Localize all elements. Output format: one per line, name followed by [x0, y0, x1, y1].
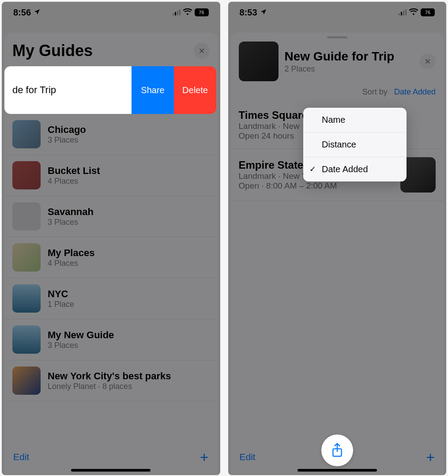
add-button[interactable]: +: [426, 449, 435, 466]
status-bar: 8:53 76: [228, 2, 447, 23]
cellular-icon: [173, 9, 181, 15]
sheet-grabber[interactable]: [327, 36, 347, 38]
left-screenshot: 8:56 76 My Guides de for Trip Share Dele: [2, 2, 220, 475]
right-screenshot: 8:53 76 New Guide for Trip 2 Places: [228, 2, 447, 475]
guide-row[interactable]: New York City's best parks Lonely Planet…: [4, 360, 218, 401]
guide-thumb: [12, 243, 41, 272]
sort-option-name[interactable]: Name: [303, 108, 407, 132]
battery-icon: 76: [195, 8, 209, 16]
sort-value-button[interactable]: Date Added: [394, 87, 436, 96]
guides-list: Chicago 3 Places Bucket List 4 Places Sa…: [4, 114, 218, 401]
status-time: 8:53: [240, 8, 257, 18]
sort-row: Sort by Date Added: [231, 87, 444, 101]
guide-thumb: [12, 120, 41, 148]
delete-button[interactable]: Delete: [174, 66, 216, 114]
add-button[interactable]: +: [200, 449, 209, 466]
guide-row[interactable]: NYC 1 Place: [4, 278, 218, 319]
guide-thumb: [12, 161, 41, 189]
page-title: My Guides: [12, 42, 93, 60]
checkmark-icon: ✓: [309, 164, 316, 174]
guide-thumb: [12, 284, 41, 313]
guide-cover-thumb: [239, 42, 279, 81]
place-hours: Open · 8:00 AM – 2:00 AM: [239, 181, 395, 191]
battery-icon: 76: [421, 8, 435, 16]
close-button[interactable]: [420, 53, 436, 69]
guide-sub: 3 Places: [48, 341, 210, 350]
guide-sub: 1 Place: [48, 300, 210, 309]
guide-sub: 4 Places: [48, 259, 210, 268]
guide-name: My Places: [48, 247, 210, 259]
location-arrow-icon: [34, 8, 41, 18]
guide-sub: 4 Places: [48, 177, 210, 186]
guide-name: New York City's best parks: [48, 370, 210, 382]
guide-row[interactable]: Savannah 3 Places: [4, 196, 218, 237]
guide-title: New Guide for Trip: [285, 49, 414, 64]
guide-name: NYC: [48, 288, 210, 300]
guide-thumb: [12, 366, 41, 395]
cellular-icon: [399, 9, 407, 15]
status-time: 8:56: [13, 8, 31, 18]
wifi-icon: [409, 8, 418, 18]
status-bar: 8:56 76: [2, 2, 220, 23]
home-indicator[interactable]: [71, 469, 151, 472]
guide-thumb: [12, 325, 41, 354]
guide-row[interactable]: My New Guide 3 Places: [4, 319, 218, 360]
close-button[interactable]: [194, 43, 210, 59]
guide-name: My New Guide: [48, 329, 210, 341]
sort-popup: Name Distance ✓ Date Added: [303, 108, 407, 181]
guide-row[interactable]: Bucket List 4 Places: [4, 155, 218, 196]
guide-detail-sheet: New Guide for Trip 2 Places Sort by Date…: [231, 33, 444, 475]
swiped-guide-row[interactable]: de for Trip Share Delete: [4, 66, 218, 114]
guide-thumb: [12, 202, 41, 230]
swiped-guide-title-fragment: de for Trip: [4, 66, 132, 114]
sort-option-date-added[interactable]: ✓ Date Added: [303, 157, 407, 181]
guide-sub: Lonely Planet · 8 places: [48, 382, 210, 391]
guide-row[interactable]: Chicago 3 Places: [4, 114, 218, 155]
share-button-highlight[interactable]: [321, 434, 353, 466]
home-indicator[interactable]: [297, 469, 377, 472]
sort-option-distance[interactable]: Distance: [303, 132, 407, 157]
guide-sub: 3 Places: [48, 136, 210, 145]
share-button[interactable]: Share: [132, 66, 174, 114]
guide-name: Chicago: [48, 124, 210, 136]
wifi-icon: [183, 8, 192, 18]
guide-name: Savannah: [48, 206, 210, 218]
edit-button[interactable]: Edit: [13, 452, 29, 462]
sort-label: Sort by: [362, 87, 388, 96]
guide-row[interactable]: My Places 4 Places: [4, 237, 218, 278]
guide-name: Bucket List: [48, 165, 210, 177]
guide-sub: 3 Places: [48, 218, 210, 227]
edit-button[interactable]: Edit: [240, 452, 256, 462]
my-guides-sheet: My Guides de for Trip Share Delete Chica…: [4, 33, 218, 475]
guide-places-count: 2 Places: [285, 64, 414, 74]
location-arrow-icon: [260, 8, 267, 18]
